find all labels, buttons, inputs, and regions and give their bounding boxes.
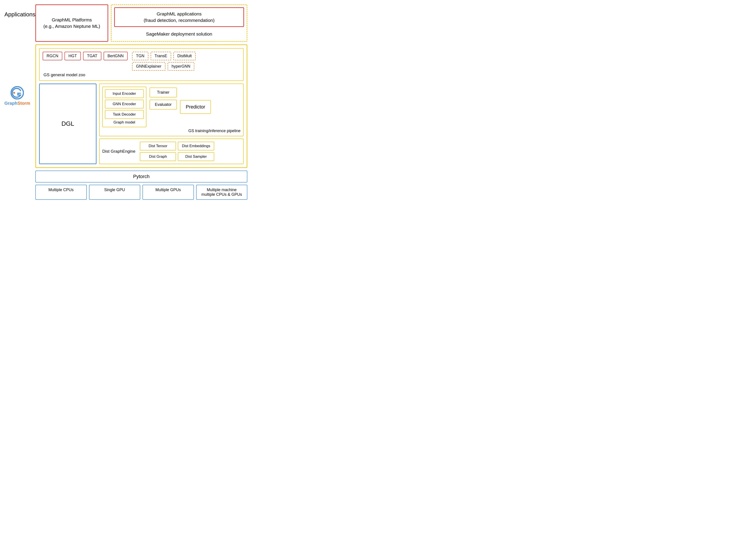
pytorch-box: Pytorch xyxy=(35,171,247,182)
sagemaker-label: SageMaker deployment solution xyxy=(114,29,244,39)
graphml-apps-box: GraphML applications (fraud detection, r… xyxy=(114,7,244,27)
applications-label: Applications xyxy=(4,11,35,18)
graph-model-box: Input Encoder GNN Encoder Task Decoder G… xyxy=(102,87,146,127)
svg-point-1 xyxy=(13,92,15,94)
predictor-box: Predictor xyxy=(180,100,211,114)
evaluator-box: Evaluator xyxy=(150,99,177,110)
model-zoo-top-row: RGCN HGT TGAT BertGNN TGN TransE DistMul… xyxy=(43,52,240,71)
right-section: Input Encoder GNN Encoder Task Decoder G… xyxy=(99,84,244,164)
dashed-models-col: TGN TransE DistMult GNNExplainer hyperGN… xyxy=(132,52,196,71)
dist-tensor: Dist Tensor xyxy=(140,142,176,151)
model-tgat: TGAT xyxy=(83,52,101,60)
encoder-stack: Input Encoder GNN Encoder Task Decoder xyxy=(105,89,144,119)
hw-multiple-cpus: Multiple CPUs xyxy=(35,185,87,200)
trainer-box: Trainer xyxy=(150,88,177,97)
dist-grid: Dist Tensor Dist Embeddings Dist Graph D… xyxy=(140,142,214,161)
hw-single-gpu: Single GPU xyxy=(89,185,140,200)
task-decoder-box: Task Decoder xyxy=(105,110,144,119)
model-rgcn: RGCN xyxy=(43,52,62,60)
model-tgn: TGN xyxy=(132,52,148,60)
model-zoo-label: GS general model zoo xyxy=(44,72,240,77)
dist-label: Dist GraphEngine xyxy=(102,149,135,154)
hw-multiple-gpus: Multiple GPUs xyxy=(142,185,194,200)
dist-sampler: Dist Sampler xyxy=(178,152,214,161)
hardware-row: Multiple CPUs Single GPU Multiple GPUs M… xyxy=(35,185,247,200)
graphml-platforms-box: GraphML Platforms(e.g., Amazon Neptune M… xyxy=(35,4,108,42)
graphstorm-logo: GraphStorm xyxy=(4,86,30,106)
bottom-section: DGL Input Encoder GNN Encoder Task Decod… xyxy=(39,84,244,164)
main-container: Applications GraphStorm GraphML Platform… xyxy=(4,4,247,200)
dashed-bottom-row: GNNExplainer hyperGNN xyxy=(132,62,196,71)
yellow-outer-box: RGCN HGT TGAT BertGNN TGN TransE DistMul… xyxy=(35,44,247,168)
graph-model-label: Graph model xyxy=(105,120,144,125)
pipeline-label: GS training/inference pipeline xyxy=(102,129,240,133)
graphstorm-logo-text: GraphStorm xyxy=(4,101,30,106)
model-transe: TransE xyxy=(151,52,171,60)
graphstorm-logo-icon xyxy=(10,86,24,99)
model-gnnexplainer: GNNExplainer xyxy=(132,62,165,71)
pytorch-row: Pytorch xyxy=(35,171,247,182)
model-hypergnn: hyperGNN xyxy=(168,62,194,71)
dashed-top-row: TGN TransE DistMult xyxy=(132,52,196,60)
model-hgt: HGT xyxy=(65,52,81,60)
gnn-encoder-box: GNN Encoder xyxy=(105,99,144,109)
hw-multiple-machine: Multiple machine multiple CPUs & GPUs xyxy=(196,185,248,200)
dist-embeddings: Dist Embeddings xyxy=(178,142,214,151)
dist-inner: Dist GraphEngine Dist Tensor Dist Embedd… xyxy=(102,142,240,161)
dist-section: Dist GraphEngine Dist Tensor Dist Embedd… xyxy=(99,138,244,164)
pipeline-box: Input Encoder GNN Encoder Task Decoder G… xyxy=(99,84,244,136)
model-zoo-section: RGCN HGT TGAT BertGNN TGN TransE DistMul… xyxy=(39,48,244,81)
top-applications-row: GraphML Platforms(e.g., Amazon Neptune M… xyxy=(35,4,247,42)
dgl-box: DGL xyxy=(39,84,96,164)
input-encoder-box: Input Encoder xyxy=(105,89,144,98)
dist-graph: Dist Graph xyxy=(140,152,176,161)
sagemaker-outer-box: GraphML applications (fraud detection, r… xyxy=(111,4,247,42)
model-bertgnn: BertGNN xyxy=(104,52,128,60)
model-distmult: DistMult xyxy=(174,52,196,60)
pipeline-inner: Input Encoder GNN Encoder Task Decoder G… xyxy=(102,87,240,127)
trainer-eval-col: Trainer Evaluator xyxy=(150,87,177,110)
